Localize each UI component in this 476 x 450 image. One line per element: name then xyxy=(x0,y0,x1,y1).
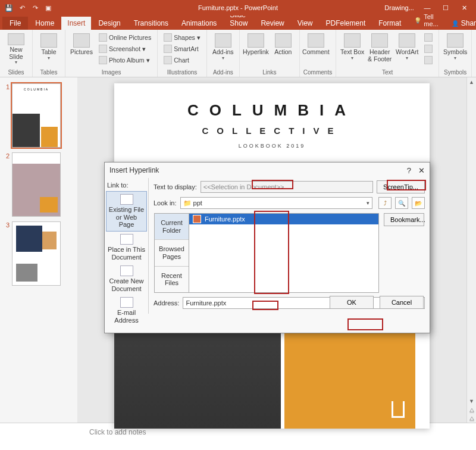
window-title: Furniture.pptx - PowerPoint xyxy=(198,4,278,11)
tab-recent-files[interactable]: Recent Files xyxy=(155,267,189,292)
minimize-button[interactable]: — xyxy=(419,4,436,11)
close-button[interactable]: ✕ xyxy=(456,4,472,12)
look-in-label: Look in: xyxy=(154,199,177,207)
text-to-display-label: Text to display: xyxy=(154,183,197,190)
tab-file[interactable]: File xyxy=(2,17,28,30)
group-addins: Add-ins Add-ins xyxy=(207,30,240,77)
new-slide-button[interactable]: New Slide xyxy=(4,31,29,65)
tab-current-folder[interactable]: Current Folder xyxy=(155,214,189,240)
group-comments: Comment Comments xyxy=(300,30,336,77)
object-button[interactable] xyxy=(422,55,435,65)
chart-button[interactable]: Chart xyxy=(161,55,203,65)
action-button[interactable]: Action xyxy=(271,31,296,65)
tell-me[interactable]: Tell me... xyxy=(408,11,444,30)
tab-view[interactable]: View xyxy=(292,17,319,30)
group-text: Text Box Header & Footer WordArt Text xyxy=(336,30,439,77)
share-button[interactable]: Share xyxy=(446,17,476,30)
insert-hyperlink-dialog: Insert Hyperlink ? ✕ Link to: Existing F… xyxy=(104,162,430,333)
symbols-button[interactable]: Symbols xyxy=(443,31,468,65)
wordart-button[interactable]: WordArt xyxy=(394,31,419,65)
title-bar: 💾 ↶ ↷ ▣ Furniture.pptx - PowerPoint Draw… xyxy=(0,0,476,15)
slide-caption: LOOKBOOK 2019 xyxy=(114,143,430,149)
tab-home[interactable]: Home xyxy=(29,17,60,30)
next-slide-icon[interactable]: ⧋ xyxy=(467,414,476,423)
link-to-label: Link to: xyxy=(106,180,147,191)
address-label: Address: xyxy=(154,299,179,307)
thumbnail-1[interactable]: COLUMBIA xyxy=(12,83,61,148)
undo-icon[interactable]: ↶ xyxy=(17,2,27,13)
quick-access-toolbar: 💾 ↶ ↷ ▣ xyxy=(0,2,54,13)
browse-tab-pane: Current Folder Browsed Pages Recent File… xyxy=(154,213,189,293)
tab-insert[interactable]: Insert xyxy=(61,17,91,30)
scroll-up-icon[interactable]: ▲ xyxy=(467,77,476,87)
text-to-display-input[interactable] xyxy=(201,181,373,193)
look-in-combo[interactable]: 📁 ppt xyxy=(180,197,372,209)
thumbnail-3[interactable] xyxy=(12,221,61,286)
file-list[interactable]: Furniture.pptx xyxy=(189,213,379,293)
tab-pdfelement[interactable]: PDFelement xyxy=(320,17,372,30)
smartart-button[interactable]: SmartArt xyxy=(161,43,203,54)
pictures-button[interactable]: Pictures xyxy=(69,31,94,65)
group-images: Pictures Online Pictures Screenshot ▾ Ph… xyxy=(65,30,158,77)
table-button[interactable]: Table xyxy=(36,31,61,65)
link-place-in-doc[interactable]: Place in This Document xyxy=(106,232,147,263)
tab-browsed-pages[interactable]: Browsed Pages xyxy=(155,240,189,266)
online-pictures-button[interactable]: Online Pictures xyxy=(96,32,154,43)
bookmark-button[interactable]: Bookmark... xyxy=(384,213,424,226)
group-tables: Table Tables xyxy=(33,30,65,77)
link-create-new[interactable]: Create New Document xyxy=(106,263,147,295)
group-media: Media Media xyxy=(472,30,476,77)
prev-slide-icon[interactable]: ⧋ xyxy=(467,406,476,414)
tab-transitions[interactable]: Transitions xyxy=(128,17,174,30)
slide-subtitle: COLLECTIVE xyxy=(114,126,430,136)
ribbon: New Slide Slides Table Tables Pictures O… xyxy=(0,30,476,77)
slideshow-icon[interactable]: ▣ xyxy=(43,2,54,13)
browse-web-icon[interactable]: 🔍 xyxy=(395,197,408,209)
scroll-down-icon[interactable]: ▼ xyxy=(467,396,476,406)
up-folder-icon[interactable]: ⤴ xyxy=(378,197,392,209)
tab-animations[interactable]: Animations xyxy=(176,17,223,30)
addins-button[interactable]: Add-ins xyxy=(211,31,236,65)
cancel-button[interactable]: Cancel xyxy=(380,296,424,309)
group-illustrations: Shapes ▾ SmartArt Chart Illustrations xyxy=(158,30,207,77)
help-icon[interactable]: ? xyxy=(407,166,411,175)
shapes-button[interactable]: Shapes ▾ xyxy=(161,32,203,43)
hyperlink-button[interactable]: Hyperlink xyxy=(243,31,268,65)
comment-button[interactable]: Comment xyxy=(303,31,328,65)
link-to-panel: Link to: Existing File or Web Page Place… xyxy=(105,178,149,314)
text-box-button[interactable]: Text Box xyxy=(340,31,365,65)
save-icon[interactable]: 💾 xyxy=(4,2,14,13)
thumbnail-2[interactable] xyxy=(12,152,61,217)
header-footer-button[interactable]: Header & Footer xyxy=(367,31,392,65)
ok-button[interactable]: OK xyxy=(330,296,374,309)
dialog-title: Insert Hyperlink xyxy=(109,166,159,174)
screenshot-button[interactable]: Screenshot ▾ xyxy=(96,43,154,54)
dialog-close-icon[interactable]: ✕ xyxy=(418,166,425,175)
tab-format[interactable]: Format xyxy=(372,17,407,30)
file-item[interactable]: Furniture.pptx xyxy=(189,214,378,224)
vertical-scrollbar[interactable]: ▲ ▼ ⧋ ⧋ xyxy=(466,77,476,423)
group-links: Hyperlink Action Links xyxy=(240,30,300,77)
notes-placeholder: Click to add notes xyxy=(89,428,146,436)
tab-design[interactable]: Design xyxy=(92,17,126,30)
group-slides: New Slide Slides xyxy=(0,30,33,77)
screentip-button[interactable]: ScreenTip... xyxy=(377,180,425,193)
pptx-icon xyxy=(193,215,201,223)
slide-number-button[interactable] xyxy=(422,43,435,54)
slide-title: COLUMBIA xyxy=(114,101,430,120)
dialog-title-bar: Insert Hyperlink ? ✕ xyxy=(105,162,430,178)
photo-album-button[interactable]: Photo Album ▾ xyxy=(96,55,154,65)
link-existing-file[interactable]: Existing File or Web Page xyxy=(106,191,147,232)
browse-file-icon[interactable]: 📂 xyxy=(412,197,425,209)
slide-thumbnails: 1 COLUMBIA 2 3 xyxy=(0,77,77,423)
date-time-button[interactable] xyxy=(422,32,435,43)
link-email[interactable]: E-mail Address xyxy=(106,295,147,326)
tab-review[interactable]: Review xyxy=(255,17,290,30)
redo-icon[interactable]: ↷ xyxy=(30,2,40,13)
ribbon-tabs: File Home Insert Design Transitions Anim… xyxy=(0,15,476,30)
group-symbols: Symbols Symbols xyxy=(439,30,472,77)
